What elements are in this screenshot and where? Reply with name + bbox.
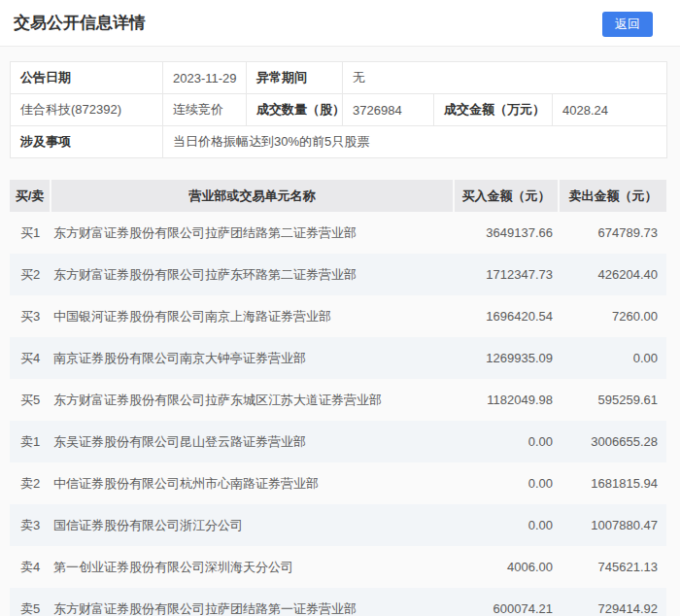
header-branch-name: 营业部或交易单元名称 xyxy=(51,180,454,212)
announcement-date-label: 公告日期 xyxy=(11,62,163,94)
cell-side: 买2 xyxy=(10,254,51,295)
info-row-date: 公告日期 2023-11-29 异常期间 无 xyxy=(11,62,667,94)
trade-table-header-row: 买/卖 营业部或交易单元名称 买入金额（元） 卖出金额（元） xyxy=(10,180,666,212)
amount-value: 4028.24 xyxy=(553,94,667,126)
cell-branch-name: 东方财富证券股份有限公司拉萨东环路第二证券营业部 xyxy=(51,254,454,295)
cell-side: 卖2 xyxy=(10,462,51,504)
cell-sell-amount: 426204.40 xyxy=(559,254,666,295)
content-area: 公告日期 2023-11-29 异常期间 无 佳合科技(872392) 连续竞价… xyxy=(0,47,680,616)
cell-side: 买1 xyxy=(10,212,51,254)
cell-branch-name: 第一创业证券股份有限公司深圳海天分公司 xyxy=(51,546,454,588)
trade-table-row: 卖2中信证券股份有限公司杭州市心南路证券营业部0.001681815.94 xyxy=(10,462,666,504)
abnormal-period-value: 无 xyxy=(343,62,667,94)
cell-branch-name: 东方财富证券股份有限公司拉萨团结路第一证券营业部 xyxy=(51,588,454,616)
header-buy-amount: 买入金额（元） xyxy=(454,180,559,212)
cell-buy-amount: 0.00 xyxy=(454,504,559,546)
trading-method: 连续竞价 xyxy=(163,94,247,126)
cell-buy-amount: 0.00 xyxy=(454,421,559,462)
volume-label: 成交数量（股） xyxy=(247,94,343,126)
trade-table-row: 买4南京证券股份有限公司南京大钟亭证券营业部1269935.090.00 xyxy=(10,337,666,379)
cell-side: 买4 xyxy=(10,337,51,379)
cell-buy-amount: 3649137.66 xyxy=(454,212,559,254)
cell-side: 买5 xyxy=(10,379,51,421)
cell-branch-name: 东吴证券股份有限公司昆山登云路证券营业部 xyxy=(51,421,454,462)
announcement-date-value: 2023-11-29 xyxy=(163,62,247,94)
cell-side: 买3 xyxy=(10,295,51,337)
cell-side: 卖5 xyxy=(10,588,51,616)
trade-table-row: 卖4第一创业证券股份有限公司深圳海天分公司4006.00745621.13 xyxy=(10,546,666,588)
cell-branch-name: 中信证券股份有限公司杭州市心南路证券营业部 xyxy=(51,462,454,504)
cell-sell-amount: 3006655.28 xyxy=(559,421,666,462)
trade-table-body: 买1东方财富证券股份有限公司拉萨团结路第二证券营业部3649137.666747… xyxy=(10,212,666,616)
cell-sell-amount: 745621.13 xyxy=(559,546,666,588)
header-side: 买/卖 xyxy=(10,180,51,212)
page-title: 交易公开信息详情 xyxy=(14,0,146,47)
cell-buy-amount: 1712347.73 xyxy=(454,254,559,295)
cell-sell-amount: 1681815.94 xyxy=(559,462,666,504)
abnormal-period-label: 异常期间 xyxy=(247,62,343,94)
info-row-stock: 佳合科技(872392) 连续竞价 成交数量（股） 3726984 成交金额（万… xyxy=(11,94,667,126)
cell-branch-name: 南京证券股份有限公司南京大钟亭证券营业部 xyxy=(51,337,454,379)
cell-branch-name: 东方财富证券股份有限公司拉萨团结路第二证券营业部 xyxy=(51,212,454,254)
cell-sell-amount: 1007880.47 xyxy=(559,504,666,546)
trade-table-row: 卖1东吴证券股份有限公司昆山登云路证券营业部0.003006655.28 xyxy=(10,421,666,462)
header-sell-amount: 卖出金额（元） xyxy=(559,180,666,212)
cell-branch-name: 中国银河证券股份有限公司南京上海路证券营业部 xyxy=(51,295,454,337)
trade-table-row: 卖5东方财富证券股份有限公司拉萨团结路第一证券营业部600074.2172941… xyxy=(10,588,666,616)
cell-buy-amount: 0.00 xyxy=(454,462,559,504)
cell-side: 卖3 xyxy=(10,504,51,546)
matters-label: 涉及事项 xyxy=(11,126,163,158)
trade-table-row: 卖3国信证券股份有限公司浙江分公司0.001007880.47 xyxy=(10,504,666,546)
cell-buy-amount: 600074.21 xyxy=(454,588,559,616)
cell-sell-amount: 729414.92 xyxy=(559,588,666,616)
top-bar: 交易公开信息详情 返回 xyxy=(0,0,680,47)
amount-label: 成交金额（万元） xyxy=(434,94,553,126)
cell-sell-amount: 674789.73 xyxy=(559,212,666,254)
matters-value: 当日价格振幅达到30%的前5只股票 xyxy=(163,126,667,158)
cell-sell-amount: 7260.00 xyxy=(559,295,666,337)
info-row-matters: 涉及事项 当日价格振幅达到30%的前5只股票 xyxy=(11,126,667,158)
cell-side: 卖4 xyxy=(10,546,51,588)
trade-table-row: 买1东方财富证券股份有限公司拉萨团结路第二证券营业部3649137.666747… xyxy=(10,212,666,254)
cell-branch-name: 国信证券股份有限公司浙江分公司 xyxy=(51,504,454,546)
cell-buy-amount: 1182049.98 xyxy=(454,379,559,421)
trade-detail-table: 买/卖 营业部或交易单元名称 买入金额（元） 卖出金额（元） 买1东方财富证券股… xyxy=(10,180,666,616)
trade-table-row: 买3中国银河证券股份有限公司南京上海路证券营业部1696420.547260.0… xyxy=(10,295,666,337)
stock-name: 佳合科技(872392) xyxy=(11,94,163,126)
cell-buy-amount: 4006.00 xyxy=(454,546,559,588)
trade-table-row: 买5东方财富证券股份有限公司拉萨东城区江苏大道证券营业部1182049.9859… xyxy=(10,379,666,421)
cell-sell-amount: 595259.61 xyxy=(559,379,666,421)
cell-buy-amount: 1696420.54 xyxy=(454,295,559,337)
cell-buy-amount: 1269935.09 xyxy=(454,337,559,379)
cell-branch-name: 东方财富证券股份有限公司拉萨东城区江苏大道证券营业部 xyxy=(51,379,454,421)
back-button[interactable]: 返回 xyxy=(602,12,653,37)
cell-sell-amount: 0.00 xyxy=(559,337,666,379)
trade-table-row: 买2东方财富证券股份有限公司拉萨东环路第二证券营业部1712347.734262… xyxy=(10,254,666,295)
cell-side: 卖1 xyxy=(10,421,51,462)
summary-info-table: 公告日期 2023-11-29 异常期间 无 佳合科技(872392) 连续竞价… xyxy=(10,61,667,158)
volume-value: 3726984 xyxy=(343,94,434,126)
